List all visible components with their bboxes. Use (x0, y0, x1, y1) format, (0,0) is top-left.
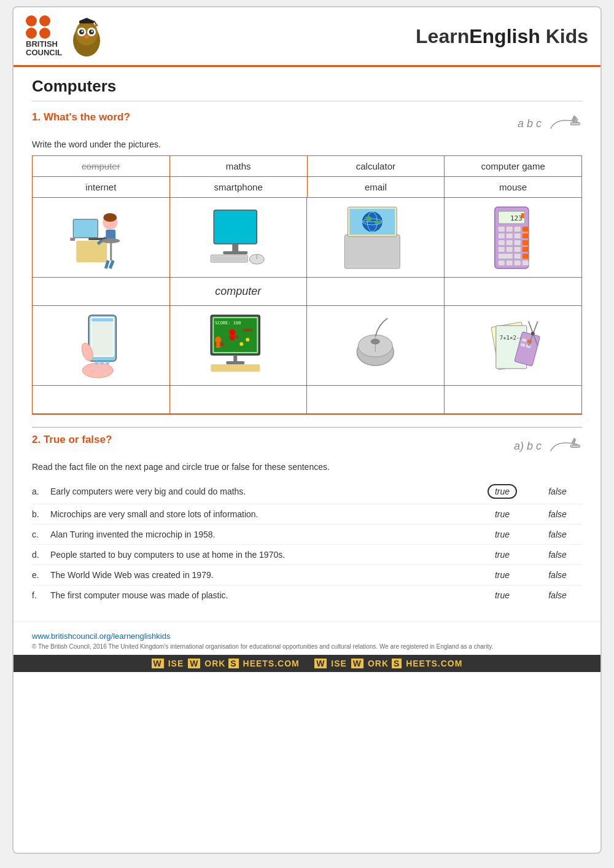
word-computer-game: computer game (445, 156, 581, 176)
header-left: BRITISH COUNCIL (26, 15, 105, 58)
image-cell-maths-calc: 7+1×2-4+3= (445, 306, 582, 386)
answer-cell-4[interactable] (445, 278, 582, 306)
tf-true-e[interactable]: true (472, 570, 533, 580)
tf-true-b[interactable]: true (472, 509, 533, 519)
tf-true-c[interactable]: true (472, 530, 533, 539)
wise-w-2: W (188, 659, 200, 668)
bc-dot-1 (26, 15, 37, 26)
section-divider (32, 427, 582, 428)
tf-false-d[interactable]: false (533, 550, 582, 560)
tf-true-a[interactable]: true (472, 484, 533, 499)
svg-rect-63 (498, 254, 512, 259)
svg-rect-36 (346, 237, 398, 266)
svg-point-24 (101, 238, 120, 243)
svg-point-8 (84, 35, 89, 39)
bc-dots-2 (26, 28, 50, 39)
section2-instruction: Read the fact file on the next page and … (32, 462, 582, 472)
image-grid: 123 (32, 198, 582, 415)
svg-rect-64 (514, 254, 520, 259)
svg-rect-16 (70, 238, 75, 241)
tf-false-e[interactable]: false (533, 570, 582, 580)
mouse-illustration (312, 312, 439, 380)
footer-copyright: © The British Council, 2016 The United K… (32, 643, 582, 650)
image-cell-computer-game: SCORE: 100 (170, 306, 308, 386)
bc-dot-2 (39, 15, 50, 26)
abc-decoration: a b c (518, 111, 582, 136)
image-cell-person-computer (33, 198, 170, 278)
tf-row-d: d. People started to buy computers to us… (32, 545, 582, 565)
svg-rect-29 (232, 244, 238, 251)
svg-rect-57 (514, 240, 520, 245)
svg-rect-9 (79, 21, 94, 23)
section1-header-row: 1. What's the word? a b c (32, 111, 582, 136)
tf-true-f[interactable]: true (472, 590, 533, 600)
svg-rect-52 (506, 233, 512, 238)
answer-cell-computer: computer (170, 278, 308, 306)
svg-rect-66 (498, 260, 504, 265)
page-title: Computers (32, 77, 582, 101)
tf-false-b[interactable]: false (533, 509, 582, 519)
answer-cell-3[interactable] (307, 278, 445, 306)
writing-hand-icon (545, 111, 582, 136)
brand-suffix-text: Kids (540, 25, 588, 47)
tf-false-f[interactable]: false (533, 590, 582, 600)
svg-rect-110 (570, 445, 580, 447)
bc-dot-3 (26, 28, 37, 39)
tf-row-a: a. Early computers were very big and cou… (32, 479, 582, 504)
section2: 2. True or false? a) b c Read the fact f… (32, 427, 582, 605)
svg-rect-46 (521, 213, 524, 218)
svg-point-6 (82, 31, 84, 33)
svg-rect-86 (216, 343, 220, 348)
tf-false-c[interactable]: false (533, 530, 582, 539)
tf-statement-a: Early computers were very big and could … (50, 487, 459, 496)
laptop-globe-illustration (312, 204, 439, 272)
tf-row-e: e. The World Wide Web was created in 197… (32, 565, 582, 585)
maths-calc-illustration: 7+1×2-4+3= (449, 312, 577, 380)
svg-rect-28 (215, 211, 255, 243)
svg-point-78 (106, 361, 109, 365)
svg-rect-58 (522, 240, 528, 245)
svg-point-85 (215, 337, 221, 343)
british-council-logo: BRITISH COUNCIL (26, 15, 62, 58)
svg-rect-69 (522, 260, 528, 265)
svg-rect-51 (498, 233, 504, 238)
tf-statement-f: The first computer mouse was made of pla… (50, 590, 472, 600)
svg-rect-47 (498, 227, 504, 232)
svg-rect-65 (522, 254, 528, 259)
svg-point-76 (95, 361, 98, 365)
svg-rect-54 (522, 233, 528, 238)
svg-rect-13 (570, 122, 580, 125)
word-mouse: mouse (445, 177, 581, 197)
tf-false-a[interactable]: false (533, 487, 582, 496)
svg-rect-14 (76, 241, 107, 262)
answer-cell-8[interactable] (445, 386, 582, 414)
svg-rect-88 (230, 335, 234, 340)
smartphone-illustration (37, 312, 165, 380)
svg-text:SCORE: 100: SCORE: 100 (215, 321, 241, 326)
tf-row-c: c. Alan Turing invented the microchip in… (32, 525, 582, 545)
answer-cell-5[interactable] (33, 386, 170, 414)
svg-point-7 (91, 31, 93, 33)
image-cell-mouse (307, 306, 445, 386)
svg-rect-23 (110, 242, 112, 260)
word-bank-row-1: computer maths calculator computer game (33, 156, 581, 177)
answer-cell-6[interactable] (170, 386, 308, 414)
answer-cell-7[interactable] (307, 386, 445, 414)
svg-rect-93 (226, 361, 244, 364)
header: BRITISH COUNCIL (14, 7, 600, 67)
svg-rect-92 (233, 355, 237, 361)
svg-rect-32 (212, 256, 246, 261)
answer-cell-1[interactable] (33, 278, 170, 306)
image-cell-calculator: 123 (445, 198, 582, 278)
bottom-banner: W ISE W ORK S HEETS.COM W ISE W ORK S HE… (14, 655, 600, 672)
svg-rect-56 (506, 240, 512, 245)
svg-rect-30 (223, 251, 247, 254)
svg-rect-60 (506, 247, 512, 252)
writing-hand-icon-2 (545, 434, 582, 458)
svg-point-87 (229, 329, 235, 335)
wise-w-1: W (152, 659, 164, 668)
svg-rect-49 (514, 227, 520, 232)
svg-point-98 (371, 339, 379, 344)
tf-true-d[interactable]: true (472, 550, 533, 560)
svg-point-74 (82, 363, 113, 378)
